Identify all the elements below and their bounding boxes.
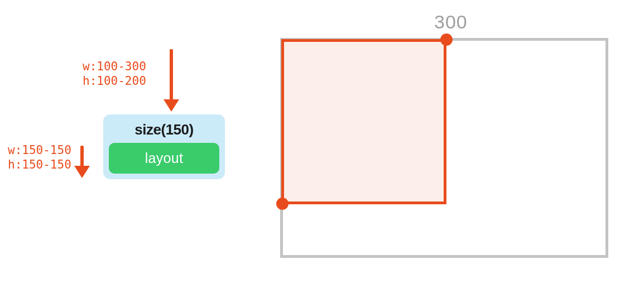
outgoing-arrow-head-icon <box>74 166 90 178</box>
box-visualization: 300 200 <box>262 6 642 285</box>
constraints-panel: w:100-300 h:100-200 w:150-150 h:150-150 … <box>28 39 234 229</box>
handle-dot-icon <box>440 33 453 46</box>
incoming-constraints-label: w:100-300 h:100-200 <box>83 59 146 89</box>
outgoing-constraints-label: w:150-150 h:150-150 <box>8 143 71 172</box>
layout-child-label: layout <box>109 143 219 174</box>
incoming-arrow-head-icon <box>164 99 179 112</box>
size-node: size(150) layout <box>103 114 225 179</box>
outgoing-h-text: h:150-150 <box>8 158 71 171</box>
incoming-arrow-line <box>170 49 173 103</box>
handle-dot-icon <box>276 198 289 210</box>
inner-size-rect <box>281 39 446 204</box>
incoming-h-text: h:100-200 <box>83 74 146 88</box>
outgoing-w-text: w:150-150 <box>8 143 71 157</box>
incoming-w-text: w:100-300 <box>83 60 146 73</box>
size-node-title: size(150) <box>109 121 219 143</box>
outer-width-label: 300 <box>434 11 468 33</box>
